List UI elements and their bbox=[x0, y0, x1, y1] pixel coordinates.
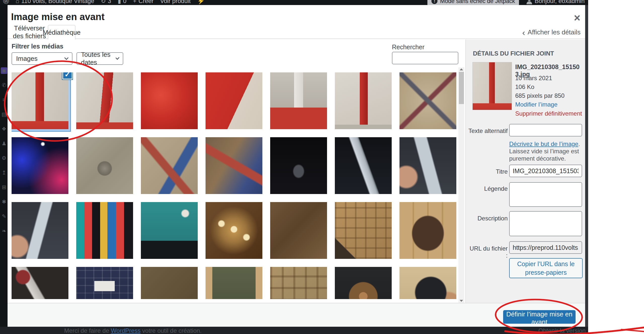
admin-bar-view-product[interactable]: Voir produit bbox=[160, 0, 191, 5]
copy-url-button[interactable]: Copier l’URL dans le presse-papiers bbox=[509, 258, 583, 278]
edit-image-link[interactable]: Modifier l’image bbox=[515, 101, 557, 108]
admin-menu-icon-2: ≡ bbox=[1, 97, 7, 103]
admin-menu-icon-11: ❧ bbox=[1, 228, 7, 234]
attachment-thumbnail bbox=[472, 62, 512, 110]
home-icon: ⌂ bbox=[16, 0, 19, 5]
wordpress-link[interactable]: WordPress bbox=[111, 327, 140, 334]
search-input[interactable] bbox=[392, 52, 458, 64]
admin-bar-comments[interactable]: ▮ 0 bbox=[118, 0, 127, 5]
tab-media-library[interactable]: Médiathèque bbox=[48, 25, 75, 39]
media-grid-viewport: ✓ bbox=[12, 72, 458, 299]
modal-footer: Définir l’image mise en avant bbox=[8, 303, 585, 327]
describe-purpose-link[interactable]: Décrivez le but de l’image bbox=[509, 140, 578, 147]
media-thumbnail-hand-holding-metal-feather[interactable] bbox=[399, 137, 456, 194]
selected-check-icon[interactable]: ✓ bbox=[62, 72, 72, 79]
admin-bar-site-link[interactable]: ⌂ 110 volts, Boutique Vintage bbox=[16, 0, 94, 5]
media-thumbnail-zipper-macro[interactable] bbox=[12, 267, 68, 299]
admin-bar-account[interactable]: Bonjour, eoxadmin bbox=[526, 0, 585, 5]
media-thumbnail-swiss-knife-sculpture-selected[interactable]: ✓ bbox=[12, 72, 68, 129]
title-label: Titre bbox=[467, 168, 508, 175]
media-thumbnail-swiss-knife-sculpture-2[interactable] bbox=[76, 72, 133, 129]
media-thumbnail-african-mask-plate[interactable] bbox=[335, 267, 392, 299]
comment-count: 0 bbox=[123, 0, 126, 5]
media-thumbnail-green-wax-jacket-on-wood[interactable] bbox=[206, 267, 262, 299]
greeting: Bonjour, eoxadmin bbox=[535, 0, 585, 5]
footer-version[interactable]: Obtenir la version 5 bbox=[538, 327, 588, 334]
media-thumbnail-red-bottle-macro[interactable] bbox=[141, 72, 198, 129]
media-thumbnail-plaid-lining-macro[interactable] bbox=[270, 267, 327, 299]
media-thumbnail-star-sculpture-lights[interactable] bbox=[12, 137, 68, 194]
media-type-value: Images bbox=[16, 55, 37, 63]
media-thumbnail-swiss-knife-open-tools[interactable] bbox=[335, 72, 392, 129]
media-thumbnail-jacket-pocket-macro[interactable] bbox=[141, 267, 198, 299]
site-name: 110 volts, Boutique Vintage bbox=[21, 0, 94, 5]
alt-text-label: Texte alternatif bbox=[467, 127, 508, 134]
overlay-right-edge bbox=[585, 5, 588, 334]
thanks-suffix: votre outil de création. bbox=[141, 327, 202, 334]
media-thumbnail-brown-jacket-on-wood[interactable] bbox=[399, 202, 456, 259]
admin-menu-icon-5: ♟ bbox=[1, 140, 7, 147]
media-thumbnail-red-bottle-top[interactable] bbox=[206, 72, 262, 129]
alt-help-line-3: purement décorative. bbox=[509, 155, 566, 162]
wordpress-logo-icon[interactable]: Ⓦ bbox=[3, 0, 9, 5]
media-thumbnail-metal-star-stone-wall[interactable] bbox=[399, 72, 456, 129]
red-tail-line-2 bbox=[621, 329, 644, 331]
admin-bar-updates[interactable]: ↻ 3 bbox=[101, 0, 111, 5]
media-thumbnail-brown-wax-jacket-macro[interactable] bbox=[270, 202, 327, 259]
admin-footer: Merci de faire de WordPress votre outil … bbox=[0, 327, 588, 334]
modal-title: Image mise en avant bbox=[11, 12, 105, 22]
media-thumbnail-hand-holding-metal-feather-2[interactable] bbox=[12, 202, 68, 259]
delete-permanently-link[interactable]: Supprimer définitivement bbox=[515, 110, 582, 117]
admin-bar-new[interactable]: + Créer bbox=[133, 0, 154, 5]
safe-mode-label: Mode sans échec de Jetpack bbox=[440, 0, 515, 5]
media-thumbnail-skateboard-art[interactable] bbox=[76, 202, 133, 259]
filter-media-label: Filtrer les médias bbox=[12, 43, 63, 50]
description-label: Description bbox=[467, 215, 508, 222]
media-thumbnail-navy-shirt-barbour-label[interactable] bbox=[76, 267, 133, 299]
media-thumbnail-jacket-plaid-lining[interactable] bbox=[335, 202, 392, 259]
thanks-prefix: Merci de faire de bbox=[64, 327, 111, 334]
admin-menu-icon-8: ⊞ bbox=[1, 184, 7, 190]
close-icon[interactable]: × bbox=[570, 11, 584, 25]
attachment-details-heading: DÉTAILS DU FICHIER JOINT bbox=[473, 50, 554, 57]
show-details-link[interactable]: ‹ Afficher les détails bbox=[521, 28, 582, 36]
file-url-input[interactable] bbox=[509, 241, 582, 254]
media-thumbnail-blade-macro-dark[interactable] bbox=[335, 137, 392, 194]
search-label: Rechercher bbox=[392, 43, 424, 51]
jetpack-icon[interactable]: ⚡ bbox=[197, 0, 205, 5]
scrollbar-thumb[interactable] bbox=[459, 72, 464, 104]
alt-help-line-1: Décrivez le but de l’image. bbox=[509, 140, 580, 148]
scroll-up-arrow-icon[interactable] bbox=[458, 67, 464, 71]
footer-thanks: Merci de faire de WordPress votre outil … bbox=[64, 327, 202, 334]
file-url-label: URL du fichier : bbox=[467, 245, 508, 259]
warning-icon: ! bbox=[431, 0, 437, 4]
media-thumbnail-metal-sculpture-dark[interactable] bbox=[270, 137, 327, 194]
scroll-down-arrow-icon[interactable] bbox=[458, 299, 464, 303]
alt-help-line-2: Laissez vide si l’image est bbox=[509, 148, 579, 155]
media-date-filter[interactable]: Toutes les dates bbox=[76, 52, 123, 65]
jetpack-safe-mode-chip[interactable]: ! Mode sans échec de Jetpack bbox=[427, 0, 519, 5]
media-thumbnail-weathered-wood-star[interactable] bbox=[206, 137, 262, 194]
admin-menu-icon-7: ↥ bbox=[1, 169, 7, 176]
description-textarea[interactable] bbox=[509, 211, 582, 236]
update-count: 3 bbox=[108, 0, 111, 5]
grid-scrollbar[interactable] bbox=[458, 67, 464, 303]
media-thumbnail-painted-star-stone[interactable] bbox=[141, 137, 198, 194]
admin-menu-icon-6: ⚙ bbox=[1, 155, 7, 161]
update-icon: ↻ bbox=[101, 0, 106, 5]
caption-textarea[interactable] bbox=[509, 182, 582, 207]
media-thumbnail-cinema-storefront[interactable] bbox=[141, 202, 198, 259]
media-thumbnail-sputnik-chandelier[interactable] bbox=[206, 202, 262, 259]
set-featured-image-button[interactable]: Définir l’image mise en avant bbox=[503, 310, 576, 324]
media-type-filter[interactable]: Images bbox=[12, 52, 72, 65]
title-input[interactable] bbox=[509, 165, 582, 177]
media-thumbnail-victorinox-trophy[interactable] bbox=[270, 72, 327, 129]
media-thumbnail-hand-holding-dark-disc[interactable] bbox=[399, 267, 456, 299]
attachment-dimensions: 685 pixels par 850 bbox=[515, 92, 565, 99]
show-details-label: Afficher les détails bbox=[528, 28, 581, 36]
media-thumbnail-stone-wall-metal-rings[interactable] bbox=[76, 137, 133, 194]
alt-text-input[interactable] bbox=[509, 124, 582, 136]
new-label: Créer bbox=[139, 0, 154, 5]
comment-icon: ▮ bbox=[118, 0, 121, 5]
page: Ⓦ ⌂ 110 volts, Boutique Vintage ↻ 3 ▮ 0 … bbox=[0, 0, 644, 334]
